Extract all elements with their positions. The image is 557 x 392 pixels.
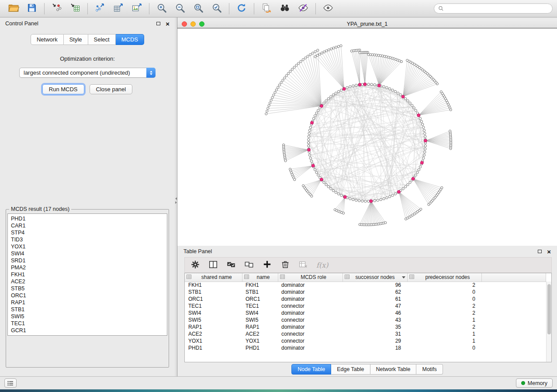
table-panel-title: Table Panel bbox=[183, 248, 212, 254]
import-network-button[interactable] bbox=[48, 1, 66, 16]
mcds-result-item[interactable]: STB1 bbox=[8, 306, 167, 313]
table-row[interactable]: RAP1RAP1dominator352 bbox=[185, 323, 546, 330]
panel-splitter[interactable] bbox=[175, 17, 177, 376]
table-scrollbar[interactable] bbox=[546, 282, 551, 362]
mcds-result-item[interactable]: YOX1 bbox=[8, 243, 167, 250]
sort-chevron-icon[interactable] bbox=[402, 276, 405, 279]
export-table-button[interactable] bbox=[109, 1, 128, 16]
table-scrollbar-thumb[interactable] bbox=[547, 284, 551, 334]
search-network-button[interactable] bbox=[276, 1, 294, 16]
task-history-button[interactable] bbox=[4, 378, 17, 388]
window-maximize-icon[interactable] bbox=[199, 21, 204, 27]
network-canvas[interactable] bbox=[177, 28, 557, 246]
column-settings-button[interactable] bbox=[190, 260, 200, 271]
zoom-fit-button[interactable] bbox=[189, 1, 208, 16]
refresh-button[interactable] bbox=[232, 1, 251, 16]
tab-select[interactable]: Select bbox=[88, 34, 116, 45]
tab-network[interactable]: Network bbox=[31, 34, 64, 45]
import-network-icon bbox=[52, 3, 62, 14]
run-mcds-button[interactable]: Run MCDS bbox=[42, 84, 84, 94]
cell-successor-nodes: 61 bbox=[343, 296, 407, 303]
window-minimize-icon[interactable] bbox=[190, 21, 196, 27]
tab-style[interactable]: Style bbox=[64, 34, 88, 45]
memory-button[interactable]: Memory bbox=[516, 378, 553, 388]
mcds-result-item[interactable]: STB5 bbox=[8, 285, 167, 292]
zoom-in-button[interactable] bbox=[152, 1, 171, 16]
close-panel-button[interactable]: Close panel bbox=[90, 84, 133, 94]
tab-motifs[interactable]: Motifs bbox=[416, 364, 443, 375]
mcds-result-item[interactable]: PHD1 bbox=[8, 215, 167, 222]
cell-shared-name: SWI5 bbox=[185, 316, 242, 323]
mcds-result-item[interactable]: ACE2 bbox=[8, 278, 167, 285]
function-builder-icon: f(x) bbox=[316, 261, 328, 269]
mcds-result-item[interactable]: SWI5 bbox=[8, 313, 167, 320]
tab-network-table[interactable]: Network Table bbox=[370, 364, 417, 375]
table-row[interactable]: PHD1PHD1dominator180 bbox=[185, 344, 546, 351]
splitter-handle-icon[interactable] bbox=[175, 196, 177, 205]
toggle-columns-button[interactable] bbox=[208, 260, 218, 271]
table-row[interactable]: ACE2ACE2connector311 bbox=[185, 330, 546, 337]
table-row[interactable]: STB1STB1dominator620 bbox=[185, 289, 546, 296]
cell-name: PHD1 bbox=[242, 344, 278, 351]
cell-filler bbox=[481, 323, 546, 330]
table-row[interactable]: SWI5SWI5connector431 bbox=[185, 316, 546, 323]
float-table-panel-icon[interactable] bbox=[538, 250, 542, 253]
mcds-result-item[interactable]: FKH1 bbox=[8, 271, 167, 278]
table-row[interactable]: FKH1FKH1dominator962 bbox=[185, 282, 546, 289]
search-field[interactable] bbox=[434, 3, 553, 14]
window-close-icon[interactable] bbox=[182, 21, 187, 27]
table-row[interactable]: TEC1TEC1connector472 bbox=[185, 303, 546, 309]
export-network-button[interactable] bbox=[91, 1, 109, 16]
mcds-result-item[interactable]: STP4 bbox=[8, 229, 167, 236]
mcds-result-item[interactable]: CAR1 bbox=[8, 222, 167, 229]
cell-successor-nodes: 18 bbox=[343, 344, 407, 351]
cell-mcds-role: dominator bbox=[278, 344, 343, 351]
network-graph[interactable] bbox=[177, 28, 557, 246]
add-row-button[interactable] bbox=[262, 259, 272, 271]
mcds-result-list[interactable]: PHD1CAR1STP4TID3YOX1SWI4SRD1PMA2FKH1ACE2… bbox=[7, 213, 167, 336]
column-header-filler bbox=[481, 273, 546, 282]
copy-document-button[interactable] bbox=[257, 1, 276, 16]
table-row[interactable]: SWI4SWI4dominator462 bbox=[185, 309, 546, 316]
close-table-panel-icon[interactable]: × bbox=[547, 248, 551, 255]
hide-details-button[interactable] bbox=[294, 1, 312, 16]
deselect-all-button[interactable] bbox=[244, 260, 254, 271]
mcds-result-item[interactable]: GCR1 bbox=[8, 327, 167, 334]
column-header-predecessor-nodes[interactable]: predecessor nodes bbox=[407, 273, 481, 282]
control-panel-tabs: NetworkStyleSelectMCDS bbox=[31, 34, 144, 45]
tab-edge-table[interactable]: Edge Table bbox=[331, 364, 370, 375]
column-header-successor-nodes[interactable]: successor nodes bbox=[343, 273, 407, 282]
float-panel-icon[interactable] bbox=[156, 22, 160, 25]
table-row[interactable]: YOX1YOX1connector291 bbox=[185, 337, 546, 344]
mcds-result-item[interactable]: PMA2 bbox=[8, 264, 167, 271]
mcds-result-item[interactable]: TID3 bbox=[8, 236, 167, 243]
cell-mcds-role: dominator bbox=[278, 282, 343, 289]
show-details-button[interactable] bbox=[319, 1, 337, 16]
criterion-dropdown[interactable]: largest connected component (undirected) bbox=[19, 68, 156, 78]
network-window-titlebar[interactable]: YPA_prune.txt_1 bbox=[177, 20, 557, 28]
export-image-button[interactable] bbox=[128, 1, 146, 16]
delete-row-button[interactable] bbox=[280, 260, 290, 271]
table-row[interactable]: ORC1ORC1dominator610 bbox=[185, 296, 546, 303]
open-file-button[interactable] bbox=[4, 1, 23, 16]
mcds-result-item[interactable]: SRD1 bbox=[8, 257, 167, 264]
mcds-result-item[interactable]: TEC1 bbox=[8, 320, 167, 327]
import-table-button[interactable] bbox=[66, 1, 84, 16]
tab-mcds[interactable]: MCDS bbox=[116, 34, 144, 45]
mcds-result-item[interactable]: ORC1 bbox=[8, 292, 167, 299]
close-panel-icon[interactable]: × bbox=[166, 21, 170, 27]
column-header-mcds-role[interactable]: MCDS role bbox=[278, 273, 343, 282]
toolbar-separator bbox=[44, 3, 45, 14]
column-header-name[interactable]: name bbox=[242, 273, 278, 282]
mcds-result-item[interactable]: RAP1 bbox=[8, 299, 167, 306]
zoom-selected-button[interactable] bbox=[208, 1, 226, 16]
column-header-shared-name[interactable]: shared name bbox=[185, 273, 242, 282]
save-session-button[interactable] bbox=[23, 1, 41, 16]
select-all-button[interactable] bbox=[226, 260, 236, 271]
search-input[interactable] bbox=[446, 5, 548, 12]
zoom-out-button[interactable] bbox=[171, 1, 189, 16]
column-type-icon bbox=[280, 274, 285, 280]
cell-mcds-role: connector bbox=[278, 303, 343, 309]
mcds-result-item[interactable]: SWI4 bbox=[8, 250, 167, 257]
tab-node-table[interactable]: Node Table bbox=[291, 364, 331, 375]
